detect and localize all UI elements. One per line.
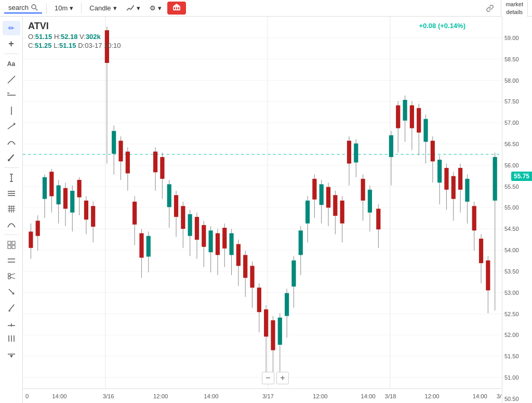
hline-tool-button[interactable] bbox=[3, 88, 20, 102]
svg-text:59.00: 59.00 bbox=[504, 35, 519, 41]
svg-text:3/16: 3/16 bbox=[103, 393, 114, 399]
pencil-icon bbox=[7, 303, 16, 312]
svg-text:14:00: 14:00 bbox=[52, 393, 66, 399]
barlines-icon bbox=[7, 334, 16, 343]
scissors-tool-button[interactable] bbox=[3, 269, 20, 283]
brush-tool-button[interactable] bbox=[3, 150, 20, 165]
timeframe-label: 10m bbox=[55, 4, 68, 12]
text-tool-button[interactable]: Aa bbox=[3, 57, 20, 71]
svg-rect-170 bbox=[389, 135, 393, 157]
line-tool-button[interactable] bbox=[3, 72, 20, 87]
zoom-out-button[interactable]: − bbox=[262, 372, 274, 384]
svg-rect-144 bbox=[291, 261, 296, 287]
svg-text:58.50: 58.50 bbox=[504, 56, 519, 62]
trend-tool-button[interactable] bbox=[3, 119, 20, 134]
svg-text:14:00: 14:00 bbox=[204, 393, 218, 399]
svg-rect-104 bbox=[153, 152, 157, 173]
svg-rect-102 bbox=[147, 236, 151, 257]
barlines-tool-button[interactable] bbox=[3, 331, 20, 346]
svg-rect-142 bbox=[285, 293, 289, 316]
svg-rect-6 bbox=[178, 7, 179, 9]
zoom-controls: − + bbox=[262, 372, 289, 384]
arrow-icon bbox=[7, 287, 16, 296]
close-label: C: bbox=[28, 42, 35, 49]
time-axis: 0 14:00 3/16 12:00 14:00 3/17 12:00 14:0… bbox=[23, 388, 502, 403]
svg-rect-136 bbox=[264, 309, 268, 336]
left-toolbar: ✏ + Aa bbox=[0, 17, 23, 403]
svg-rect-108 bbox=[167, 184, 171, 207]
add-tool-button[interactable]: + bbox=[3, 36, 20, 51]
svg-rect-156 bbox=[333, 195, 337, 216]
search-button[interactable]: search bbox=[4, 3, 42, 14]
parallel-tool-button[interactable] bbox=[3, 253, 20, 268]
svg-text:52.00: 52.00 bbox=[504, 332, 519, 338]
svg-rect-176 bbox=[410, 106, 414, 128]
indicators-button[interactable]: ▾ bbox=[123, 3, 144, 14]
tool-divider-3 bbox=[4, 235, 19, 235]
zoom-in-button[interactable]: + bbox=[276, 372, 289, 384]
svg-rect-84 bbox=[77, 180, 81, 197]
symbol-label: ATVI bbox=[28, 21, 49, 31]
lines-tool-button[interactable] bbox=[3, 186, 20, 201]
tool-divider-1 bbox=[4, 54, 19, 54]
vline-tool-button[interactable] bbox=[3, 103, 20, 118]
line-icon bbox=[7, 75, 16, 84]
svg-rect-158 bbox=[340, 201, 344, 224]
svg-rect-72 bbox=[36, 220, 40, 236]
svg-rect-196 bbox=[479, 239, 483, 263]
svg-rect-118 bbox=[202, 225, 206, 247]
chart-type-selector[interactable]: Candle ▾ bbox=[86, 3, 120, 14]
curve-icon bbox=[7, 137, 16, 147]
chart-area[interactable]: ATVI O:51.15 H:52.18 V:302k C:51.25 L:51… bbox=[23, 17, 502, 403]
measure-tool-button[interactable] bbox=[3, 171, 20, 185]
svg-rect-5 bbox=[176, 7, 177, 9]
hatch-tool-button[interactable] bbox=[3, 202, 20, 216]
svg-text:55.50: 55.50 bbox=[504, 183, 519, 189]
ruler-tool-button[interactable] bbox=[3, 316, 20, 330]
svg-rect-166 bbox=[368, 190, 372, 213]
volume-value: 302k bbox=[86, 33, 101, 41]
svg-rect-4 bbox=[174, 7, 175, 9]
svg-text:12:00: 12:00 bbox=[313, 393, 327, 399]
curve-tool-button[interactable] bbox=[3, 135, 20, 149]
price-axis-svg: 59.00 58.50 58.00 57.50 57.00 56.50 56.0… bbox=[502, 17, 532, 403]
chart-type-chevron: ▾ bbox=[113, 4, 117, 12]
svg-point-13 bbox=[8, 159, 10, 161]
chart-type-label: Candle bbox=[89, 4, 111, 12]
svg-rect-78 bbox=[57, 185, 61, 204]
timeframe-selector[interactable]: 10m ▾ bbox=[51, 3, 77, 14]
svg-rect-124 bbox=[222, 228, 227, 249]
settings-button[interactable]: ⚙ ▾ bbox=[146, 3, 165, 14]
svg-text:56.50: 56.50 bbox=[504, 141, 519, 147]
alert-button[interactable] bbox=[167, 2, 186, 15]
priceline-tool-button[interactable] bbox=[3, 347, 20, 361]
arc-tool-button[interactable] bbox=[3, 217, 20, 232]
svg-point-0 bbox=[32, 5, 36, 9]
arrow-tool-button[interactable] bbox=[3, 284, 20, 299]
svg-rect-192 bbox=[465, 179, 469, 202]
bank-icon bbox=[172, 3, 181, 11]
pencil2-tool-button[interactable] bbox=[3, 300, 20, 315]
svg-text:57.00: 57.00 bbox=[504, 120, 519, 126]
date-value: 03-17 10:10 bbox=[85, 42, 121, 49]
svg-line-38 bbox=[9, 305, 14, 311]
svg-line-35 bbox=[10, 277, 15, 279]
toolbar-right: marketdetails bbox=[482, 0, 528, 18]
divider-2 bbox=[81, 3, 82, 14]
chart-info: ATVI O:51.15 H:52.18 V:302k C:51.25 L:51… bbox=[28, 21, 121, 49]
svg-rect-146 bbox=[299, 230, 303, 255]
draw-tool-button[interactable]: ✏ bbox=[3, 21, 20, 35]
svg-rect-182 bbox=[431, 141, 435, 162]
svg-rect-190 bbox=[458, 168, 462, 190]
grid-tool-button[interactable] bbox=[3, 238, 20, 252]
market-details-button[interactable]: marketdetails bbox=[501, 0, 528, 18]
svg-text:50.50: 50.50 bbox=[504, 396, 519, 402]
link-button[interactable] bbox=[482, 3, 498, 14]
priceline-icon bbox=[7, 349, 16, 359]
chart-icon bbox=[126, 4, 135, 12]
low-label: L: bbox=[54, 42, 59, 49]
svg-rect-92 bbox=[112, 131, 116, 154]
svg-rect-172 bbox=[396, 106, 400, 128]
svg-rect-140 bbox=[278, 318, 282, 345]
tool-divider-2 bbox=[4, 167, 19, 168]
